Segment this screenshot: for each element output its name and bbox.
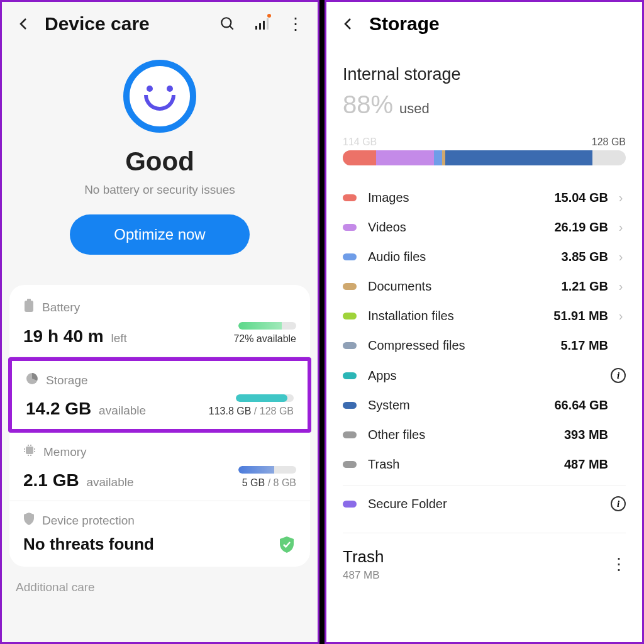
svg-rect-15 <box>30 445 31 446</box>
svg-rect-5 <box>267 18 269 30</box>
category-size: 5.17 MB <box>560 338 608 353</box>
dot-icon <box>343 224 357 231</box>
dot-icon <box>343 283 357 290</box>
status-text: Good <box>125 147 194 177</box>
chevron-right-icon: › <box>616 309 626 323</box>
trash-title: Trash <box>343 547 611 567</box>
category-row: System66.64 GB <box>343 391 626 420</box>
storage-row[interactable]: Storage 14.2 GB available 113.8 GB / 128… <box>8 357 311 433</box>
chevron-right-icon: › <box>616 220 626 235</box>
category-size: 26.19 GB <box>554 220 608 235</box>
protection-row[interactable]: Device protection No threats found <box>9 501 310 564</box>
memory-fraction: 5 GB / 8 GB <box>238 477 296 489</box>
category-size: 393 MB <box>564 428 608 442</box>
svg-rect-14 <box>28 445 29 446</box>
back-icon[interactable] <box>16 16 32 32</box>
category-name: System <box>368 398 554 413</box>
memory-bar <box>238 466 296 474</box>
protection-label: Device protection <box>42 514 135 528</box>
more-icon[interactable]: ⋮ <box>611 555 626 574</box>
category-name: Trash <box>368 457 564 472</box>
chevron-right-icon: › <box>616 250 626 264</box>
svg-rect-11 <box>24 451 25 452</box>
svg-rect-16 <box>28 455 29 456</box>
dot-icon <box>343 402 357 409</box>
category-row[interactable]: Audio files3.85 GB› <box>343 242 626 272</box>
storage-segmented-bar <box>343 150 626 165</box>
header: Storage <box>326 2 642 46</box>
dot-icon <box>343 501 357 508</box>
dot-icon <box>343 461 357 468</box>
category-row[interactable]: Images15.04 GB› <box>343 183 626 213</box>
category-row[interactable]: Appsi <box>343 360 626 391</box>
dot-icon <box>343 253 357 260</box>
battery-row[interactable]: Battery 19 h 40 m left 72% available <box>9 287 310 357</box>
category-row[interactable]: Documents1.21 GB› <box>343 272 626 301</box>
memory-row[interactable]: Memory 2.1 GB available 5 GB / 8 GB <box>9 433 310 501</box>
storage-fraction: 113.8 GB / 128 GB <box>209 406 294 417</box>
secure-folder-row[interactable]: Secure Folder i <box>343 486 626 519</box>
dot-icon <box>343 372 357 379</box>
trash-section[interactable]: Trash 487 MB ⋮ <box>343 533 626 582</box>
chevron-right-icon: › <box>616 191 626 205</box>
bar-range-labels: 114 GB 128 GB <box>343 136 626 148</box>
svg-rect-4 <box>263 21 265 30</box>
dot-icon <box>343 194 357 201</box>
category-size: 3.85 GB <box>562 250 608 264</box>
category-name: Documents <box>368 279 562 294</box>
dot-icon <box>343 431 357 438</box>
smiley-icon <box>123 60 196 133</box>
battery-percent: 72% available <box>233 333 296 345</box>
chevron-right-icon: › <box>616 279 626 294</box>
page-title: Device care <box>45 13 207 35</box>
category-row: Trash487 MB <box>343 450 626 479</box>
category-name: Images <box>368 191 554 205</box>
memory-label: Memory <box>43 445 87 459</box>
additional-care-label: Additional care <box>2 567 318 594</box>
header: Device care ⋮ <box>2 2 318 41</box>
category-row: Compressed files5.17 MB <box>343 331 626 360</box>
category-name: Audio files <box>368 250 562 264</box>
storage-icon <box>26 372 38 388</box>
notification-dot-icon <box>267 14 271 18</box>
internal-storage-title: Internal storage <box>343 65 626 84</box>
optimize-button[interactable]: Optimize now <box>70 214 249 255</box>
category-row[interactable]: Videos26.19 GB› <box>343 213 626 242</box>
dot-icon <box>343 342 357 349</box>
battery-value: 19 h 40 m left <box>23 326 127 347</box>
protection-value: No threats found <box>23 535 154 554</box>
back-icon[interactable] <box>340 16 357 32</box>
shield-icon <box>23 513 35 528</box>
svg-rect-2 <box>255 26 257 30</box>
category-row[interactable]: Installation files51.91 MB› <box>343 301 626 331</box>
category-name: Videos <box>368 220 554 235</box>
svg-rect-6 <box>25 301 33 312</box>
memory-value: 2.1 GB available <box>23 470 133 491</box>
category-name: Compressed files <box>368 338 560 353</box>
status-section: Good No battery or security issues Optim… <box>2 41 318 255</box>
svg-point-0 <box>221 18 231 27</box>
battery-label: Battery <box>42 301 80 314</box>
signal-icon[interactable] <box>253 16 270 32</box>
device-care-screen: Device care ⋮ Good No battery or securit… <box>0 0 319 644</box>
category-name: Apps <box>368 369 611 383</box>
category-size: 487 MB <box>564 457 608 472</box>
category-name: Secure Folder <box>368 497 611 511</box>
storage-label: Storage <box>46 374 88 387</box>
info-icon[interactable]: i <box>611 496 626 511</box>
shield-check-icon <box>277 535 296 554</box>
info-icon[interactable]: i <box>611 368 626 383</box>
trash-size: 487 MB <box>343 569 611 582</box>
search-icon[interactable] <box>219 16 236 32</box>
memory-icon <box>23 444 36 460</box>
page-title: Storage <box>369 13 440 35</box>
status-subtext: No battery or security issues <box>84 183 235 197</box>
more-icon[interactable]: ⋮ <box>287 16 304 32</box>
svg-line-1 <box>230 26 233 29</box>
metrics-card: Battery 19 h 40 m left 72% available Sto… <box>9 285 310 567</box>
storage-bar <box>236 394 294 402</box>
category-size: 51.91 MB <box>553 309 608 323</box>
category-list: Images15.04 GB›Videos26.19 GB›Audio file… <box>343 183 626 479</box>
svg-rect-12 <box>34 448 35 450</box>
category-size: 15.04 GB <box>554 191 608 205</box>
